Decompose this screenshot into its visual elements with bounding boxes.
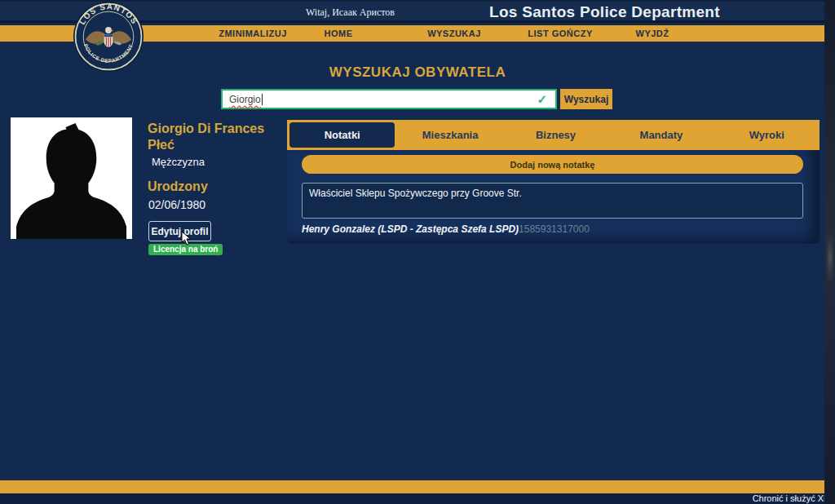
search-input[interactable]: Giorgio ✓ [221, 89, 557, 109]
screen-edge-glare [826, 235, 834, 281]
tab-businesses[interactable]: Biznesy [503, 120, 608, 150]
nav-item-minimize[interactable]: ZMINIMALIZUJ [219, 29, 287, 38]
note-timestamp: 1585931317000 [519, 223, 590, 235]
nav-item-home[interactable]: HOME [325, 29, 353, 38]
search-button[interactable]: Wyszukaj [560, 89, 612, 109]
gender-value: Mężczyzna [152, 156, 205, 168]
add-note-button[interactable]: Dodaj nową notatkę [302, 155, 803, 174]
screen-edge [824, 0, 835, 504]
gender-label: Płeć [148, 138, 175, 153]
notes-panel: Dodaj nową notatkę Właściciel Sklepu Spo… [287, 150, 820, 244]
valid-check-icon: ✓ [537, 92, 547, 107]
footer-bar [0, 493, 835, 504]
note-text-box[interactable]: Właściciel Sklepu Spożywczego przy Groov… [302, 183, 803, 219]
note-author: Henry Gonzalez (LSPD - Zastępca Szefa LS… [302, 223, 519, 235]
tab-tickets[interactable]: Mandaty [608, 120, 714, 150]
tab-notes[interactable]: Notatki [289, 122, 395, 148]
footer-gold-bar [0, 480, 835, 493]
record-tabs: Notatki Mieszkania Biznesy Mandaty Wyrok… [287, 120, 820, 150]
citizen-photo [11, 117, 132, 239]
tab-sentences[interactable]: Wyroki [714, 120, 820, 150]
lspd-seal-logo: LOS SANTOS POLICE DEPARTMENT [73, 1, 144, 73]
born-value: 02/06/1980 [148, 198, 205, 211]
weapon-license-badge[interactable]: Licencja na broń [148, 244, 223, 255]
edit-profile-button[interactable]: Edytuj profil [148, 221, 211, 241]
text-caret [262, 94, 263, 105]
note-meta: Henry Gonzalez (LSPD - Zastępca Szefa LS… [302, 223, 590, 235]
tab-apartments[interactable]: Mieszkania [397, 120, 502, 150]
citizen-name: Giorgio Di Frances [148, 120, 278, 138]
search-row: Giorgio ✓ Wyszukaj [221, 89, 612, 109]
welcome-text: Witaj, Исаак Аристов [306, 7, 395, 19]
app-title: Los Santos Police Department [489, 3, 720, 21]
nav-item-wanted-list[interactable]: LIST GOŃCZY [528, 29, 592, 38]
person-silhouette-icon [11, 119, 132, 239]
page-title: WYSZUKAJ OBYWATELA [0, 64, 835, 81]
mouse-cursor-icon [181, 231, 192, 245]
nav-item-search[interactable]: WYSZUKAJ [427, 29, 481, 38]
mdt-window: Witaj, Исаак Аристов Los Santos Police D… [0, 0, 835, 504]
nav-item-exit[interactable]: WYJDŹ [636, 29, 669, 38]
search-input-value: Giorgio [229, 94, 261, 105]
born-label: Urodzony [148, 179, 208, 194]
footer-motto: Chronić i służyć XD [753, 493, 830, 503]
